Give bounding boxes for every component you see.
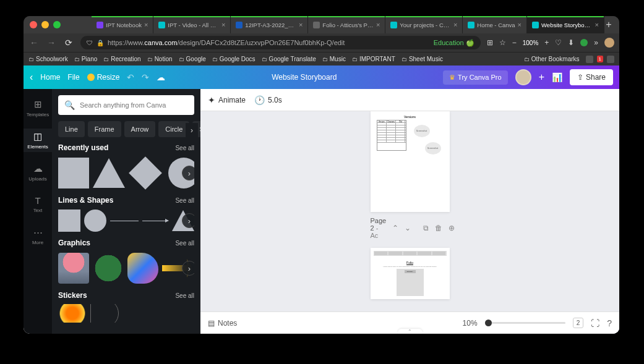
duration-button[interactable]: 🕐5.0s [254,95,282,105]
see-all-lines[interactable]: See all [175,197,194,204]
bookmark-star-icon[interactable]: ☆ [499,38,506,47]
resize-button[interactable]: Resize [87,73,120,82]
shape-triangle[interactable] [93,158,125,188]
document-title[interactable]: Website Storyboard [272,73,337,82]
profile-avatar[interactable] [604,38,614,48]
file-menu[interactable]: File [67,73,79,82]
sticker-swirl[interactable] [90,304,119,323]
add-member-button[interactable]: + [539,72,544,83]
user-avatar[interactable] [515,69,531,85]
sticker-flower[interactable] [58,304,87,323]
duplicate-page-icon[interactable]: ⧉ [423,224,429,232]
window-close[interactable] [30,21,37,28]
rail-text[interactable]: TText [24,193,52,216]
tab-close-icon[interactable]: × [453,21,457,28]
tab-close-icon[interactable]: × [595,21,599,28]
row-scroll-right[interactable]: › [182,261,194,276]
shape-diamond[interactable] [129,156,162,190]
try-pro-button[interactable]: ♛Try Canva Pro [443,70,508,85]
shape-circle-sm[interactable] [84,210,106,232]
reading-list-icon[interactable] [586,56,593,63]
page-2-thumb[interactable]: Folio Lorem ipsum dolor sit amet consect… [371,248,450,299]
canvas-scroll-area[interactable]: Versions VersionChangesOld Version [200,111,619,311]
rail-templates[interactable]: ⊞Templates [24,96,52,120]
window-maximize[interactable] [53,21,61,28]
nav-back[interactable]: ← [28,38,40,48]
bookmark-item[interactable]: 🗀Google Translate [262,56,316,62]
fullscreen-icon[interactable]: ⛶ [591,318,599,328]
bookmark-item[interactable]: 🗀Google [179,56,206,62]
see-all-stickers[interactable]: See all [175,292,194,299]
search-input[interactable] [80,101,188,109]
bookmark-item[interactable]: 🗀Sheet Music [401,56,443,62]
browser-tab[interactable]: 12IPT-A3-2022_Portfo× [231,16,308,33]
zoom-thumb[interactable] [485,320,492,326]
tab-close-icon[interactable]: × [518,21,522,28]
tab-close-icon[interactable]: × [144,21,148,28]
help-icon[interactable]: ? [607,318,612,328]
search-box[interactable]: 🔍 [58,95,194,115]
rail-uploads[interactable]: ☁Uploads [24,161,52,184]
insights-button[interactable]: 📊 [552,72,562,82]
browser-tab[interactable]: Website Storyboard - 1× [527,16,604,33]
filter-chip-circle[interactable]: Circle [158,121,189,137]
bookmark-item[interactable]: 🗀Piano [74,56,98,62]
bookmark-item[interactable]: 🗀Notion [147,56,173,62]
new-tab-button[interactable]: + [604,19,613,30]
page-label[interactable]: Page 2 - Ac [371,217,387,239]
browser-tab[interactable]: Home - Canva× [463,16,527,33]
extension-icon[interactable] [580,39,588,46]
bookmark-item[interactable]: 🗀Recreation [103,56,140,62]
pocket-icon[interactable]: ♡ [555,38,562,47]
see-all-graphics[interactable]: See all [175,240,194,247]
nav-reload[interactable]: ⟳ [63,38,74,48]
browser-tab[interactable]: Your projects - Canva× [385,16,463,33]
page-1-thumb[interactable]: Versions VersionChangesOld Version [371,111,450,212]
shape-square-sm[interactable] [58,210,80,232]
zoom-in-icon[interactable]: + [544,38,549,47]
tab-close-icon[interactable]: × [376,21,380,28]
url-field[interactable]: 🛡 🔒 https://www.canva.com/design/DAFCx2d… [80,36,481,49]
expand-pages-handle[interactable]: ⌃ [398,329,423,334]
bookmark-item[interactable]: 🗀Music [322,56,346,62]
filter-chip-frame[interactable]: Frame [88,121,121,137]
browser-tab[interactable]: IPT - Video - All Docum× [153,16,231,33]
zoom-level[interactable]: 100% [523,40,539,46]
animate-button[interactable]: ✦Animate [208,95,246,105]
bookmark-item[interactable]: 🗀Schoolwork [28,56,68,62]
apps-icon[interactable] [607,56,614,63]
filter-chip-line[interactable]: Line [58,121,85,137]
zoom-value[interactable]: 10% [463,319,478,328]
page-up-icon[interactable]: ⌃ [392,224,398,232]
chips-scroll-right[interactable]: › [186,123,198,138]
rail-elements[interactable]: ◫Elements [24,129,52,152]
delete-page-icon[interactable]: 🗑 [435,224,442,232]
zoom-slider[interactable] [485,322,565,324]
share-button[interactable]: ⇪ Share [570,69,613,85]
shape-square[interactable] [58,158,89,188]
zoom-out-icon[interactable]: − [512,38,517,47]
undo-button[interactable]: ↶ [127,72,134,82]
home-link[interactable]: Home [40,73,60,82]
window-minimize[interactable] [41,21,49,28]
back-chevron-icon[interactable]: ‹ [30,72,33,83]
rail-more[interactable]: ⋯More [24,224,52,248]
extension-badge[interactable]: 1 [597,56,603,62]
graphic-abstract[interactable] [127,253,158,284]
page-down-icon[interactable]: ⌄ [405,224,411,232]
tab-close-icon[interactable]: × [299,21,303,28]
bookmark-item[interactable]: 🗀Google Docs [212,56,255,62]
graphic-flowers[interactable] [58,253,89,284]
shape-arrow[interactable] [142,221,168,221]
download-icon[interactable]: ⬇ [568,38,574,47]
row-scroll-right[interactable]: › [182,213,194,228]
tab-close-icon[interactable]: × [221,21,225,28]
extensions-overflow-icon[interactable]: » [594,38,598,47]
add-page-icon[interactable]: ⊕ [449,224,455,232]
browser-tab[interactable]: IPT Notebook× [92,16,153,33]
qr-icon[interactable]: ⊞ [487,38,493,47]
see-all-recent[interactable]: See all [175,145,194,151]
row-scroll-right[interactable]: › [182,166,194,180]
cloud-sync-icon[interactable]: ☁ [157,72,165,82]
page-count-badge[interactable]: 2 [573,318,584,328]
